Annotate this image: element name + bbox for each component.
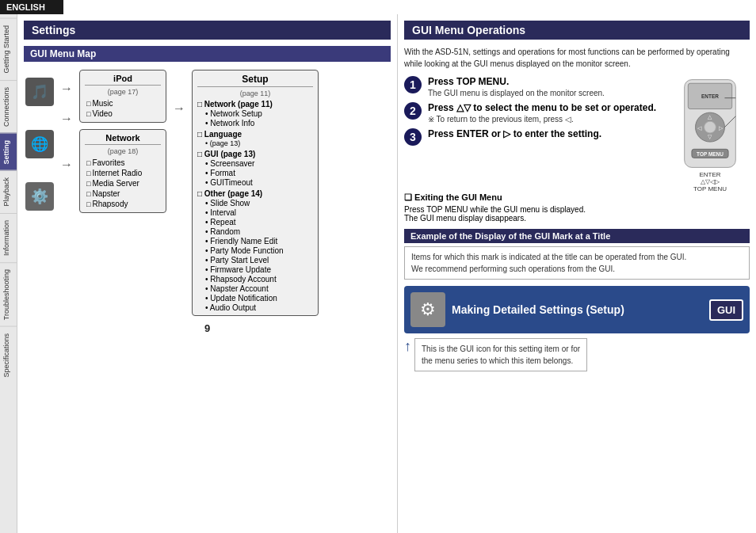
step-2: 2 Press △▽ to select the menu to be set … (404, 102, 664, 124)
setup-section-language: □ Language (197, 130, 313, 139)
arrows-col: → → → (59, 70, 74, 184)
making-note-container: ↑ This is the GUI icon for this setting … (404, 338, 750, 371)
setup-section-network: □ Network (page 11) (197, 100, 313, 109)
sidebar-tab-troubleshooting[interactable]: Troubleshooting (0, 262, 17, 326)
exit-title: ❑ Exiting the GUI Menu (404, 192, 750, 203)
steps-with-remote: 1 Press TOP MENU. The GUI menu is displa… (404, 76, 750, 192)
setup-item-network-setup: Network Setup (197, 109, 313, 118)
setup-item-screensaver: Screensaver (197, 158, 313, 168)
gui-badge: GUI (709, 299, 743, 321)
svg-text:ENTER: ENTER (701, 93, 719, 99)
network-item-internet-radio: Internet Radio (86, 168, 161, 178)
gear-settings-icon: ⚙ (410, 292, 445, 327)
remote-diagram: ENTER △ ▽ ◁ ▷ (670, 76, 750, 192)
setup-item-audio-output: Audio Output (197, 303, 313, 312)
left-panel: Settings GUI Menu Map 🎵 🌐 ⚙️ → → → (17, 14, 398, 533)
setup-section-gui: □ GUI (page 13) (197, 150, 313, 158)
remote-svg: ENTER △ ▽ ◁ ▷ (674, 76, 746, 171)
network-box: Network (page 18) Favorites Internet Rad… (79, 129, 166, 213)
ipod-box-title: iPod (85, 74, 161, 86)
making-note-line2: the menu series to which this item belon… (422, 355, 580, 367)
right-panel: GUI Menu Operations With the ASD-51N, se… (398, 14, 756, 533)
setup-item-repeat: Repeat (197, 217, 313, 227)
network-item-media-server: Media Server (86, 178, 161, 188)
arrows-to-setup-col: → (171, 70, 187, 147)
network-item-favorites: Favorites (86, 158, 161, 168)
step-2-title: Press △▽ to select the menu to be set or… (428, 102, 664, 113)
settings-gear-icon: ⚙️ (25, 182, 54, 211)
example-box-content: Items for which this mark is indicated a… (404, 246, 750, 280)
step-1-content: Press TOP MENU. The GUI menu is displaye… (428, 76, 664, 97)
settings-title: Settings (24, 21, 391, 40)
making-settings-text: Making Detailed Settings (Setup) (452, 303, 624, 316)
exit-desc2: The GUI menu display disappears. (404, 214, 750, 223)
gui-map-title: GUI Menu Map (24, 46, 391, 62)
arrows-label: △▽◁▷ (701, 178, 720, 185)
ipod-page-ref: (page 17) (85, 88, 161, 96)
setup-item-party-mode: Party Mode Function (197, 246, 313, 255)
setup-item-update-notif: Update Notification (197, 293, 313, 303)
setup-item-format: Format (197, 168, 313, 177)
arrow-3: → (60, 158, 73, 172)
setup-item-napster-account: Napster Account (197, 284, 313, 293)
step-2-num: 2 (404, 102, 422, 120)
example-line1: Items for which this mark is indicated a… (411, 251, 743, 263)
sidebar-tab-specifications[interactable]: Specifications (0, 326, 17, 384)
step-1: 1 Press TOP MENU. The GUI menu is displa… (404, 76, 664, 97)
step-1-title: Press TOP MENU. (428, 76, 664, 87)
sidebar-tab-getting-started[interactable]: Getting Started (0, 18, 17, 80)
ipod-item-music: Music (86, 98, 161, 109)
setup-item-language-page: (page 13) (197, 139, 313, 147)
setup-page-ref: (page 11) (197, 89, 313, 97)
setup-item-slide-show: Slide Show (197, 198, 313, 207)
top-menu-label: TOP MENU (693, 185, 727, 192)
ipod-icon: 🎵 (25, 78, 54, 106)
network-box-title: Network (85, 133, 161, 145)
step-1-desc: The GUI menu is displayed on the monitor… (428, 89, 664, 97)
step-3: 3 Press ENTER or ▷ to enter the setting. (404, 128, 664, 146)
sidebar-tab-connections[interactable]: Connections (0, 80, 17, 133)
making-note: This is the GUI icon for this setting it… (414, 338, 587, 371)
arrow-1: → (60, 82, 73, 96)
arrow-to-setup: → (173, 101, 185, 116)
step-3-num: 3 (404, 128, 422, 146)
step-3-title: Press ENTER or ▷ to enter the setting. (428, 128, 664, 139)
setup-item-rhapsody-account: Rhapsody Account (197, 274, 313, 284)
lang-bar: ENGLISH (0, 0, 63, 14)
sidebar-tab-setting[interactable]: Setting (0, 133, 17, 171)
network-items: Favorites Internet Radio Media Server Na… (85, 158, 161, 209)
network-page-ref: (page 18) (85, 147, 161, 155)
setup-item-random: Random (197, 227, 313, 236)
setup-item-interval: Interval (197, 207, 313, 217)
map-icons-col: 🎵 🌐 ⚙️ (25, 70, 54, 211)
example-box-title: Example of the Display of the GUI Mark a… (404, 229, 750, 243)
ipod-item-video: Video (86, 109, 161, 119)
step-2-content: Press △▽ to select the menu to be set or… (428, 102, 664, 124)
ipod-box: iPod (page 17) Music Video (79, 70, 166, 123)
setup-item-guitimeout: GUITimeout (197, 177, 313, 187)
enter-label: ENTER (699, 171, 720, 178)
gui-ops-title: GUI Menu Operations (404, 21, 750, 40)
network-item-napster: Napster (86, 188, 161, 199)
gui-map: 🎵 🌐 ⚙️ → → → iPod (24, 67, 391, 319)
arrow-2: → (60, 112, 73, 126)
making-note-line1: This is the GUI icon for this setting it… (422, 343, 580, 355)
note-arrow-icon: ↑ (404, 338, 411, 355)
sidebar: Getting Started Connections Setting Play… (0, 14, 17, 533)
setup-section-other: □ Other (page 14) (197, 189, 313, 198)
sidebar-tab-information[interactable]: Information (0, 213, 17, 262)
svg-text:TOP MENU: TOP MENU (697, 151, 724, 157)
sidebar-tab-playback[interactable]: Playback (0, 170, 17, 213)
network-icon: 🌐 (25, 130, 54, 158)
setup-box-title: Setup (197, 74, 313, 87)
page-number: 9 (24, 319, 391, 337)
exit-desc1: Press TOP MENU while the GUI menu is dis… (404, 205, 750, 214)
ipod-network-col: iPod (page 17) Music Video Network (page… (79, 70, 166, 213)
setup-box: Setup (page 11) □ Network (page 11) Netw… (192, 70, 319, 316)
step-2-note: ※ To return to the previous item, press … (428, 115, 664, 124)
network-item-rhapsody: Rhapsody (86, 199, 161, 209)
exit-section: ❑ Exiting the GUI Menu Press TOP MENU wh… (404, 192, 750, 223)
ipod-items: Music Video (85, 98, 161, 119)
example-line2: We recommend performing such operations … (411, 263, 743, 275)
setup-item-party-start: Party Start Level (197, 255, 313, 265)
